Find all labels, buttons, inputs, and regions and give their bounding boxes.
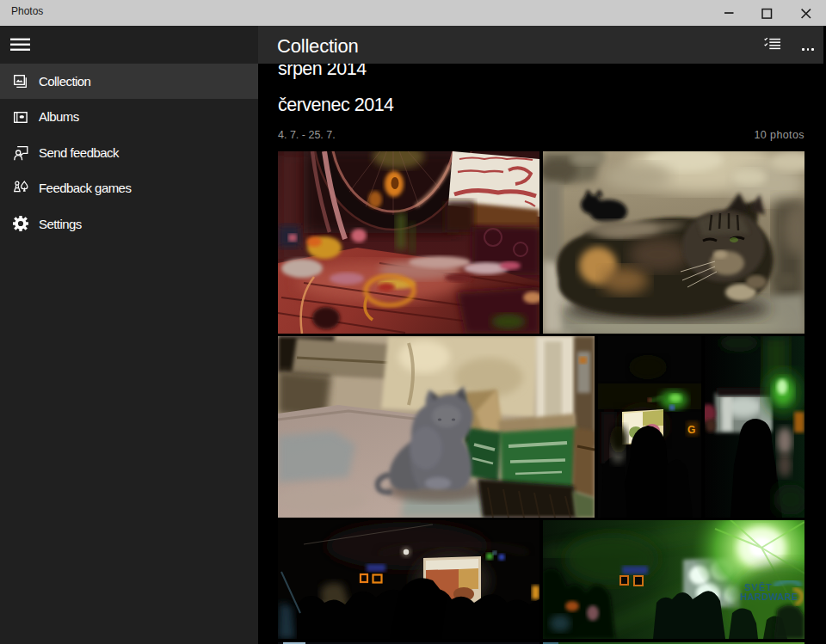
svg-text:G: G bbox=[687, 424, 695, 436]
svg-text:HARDWARE: HARDWARE bbox=[740, 592, 798, 602]
